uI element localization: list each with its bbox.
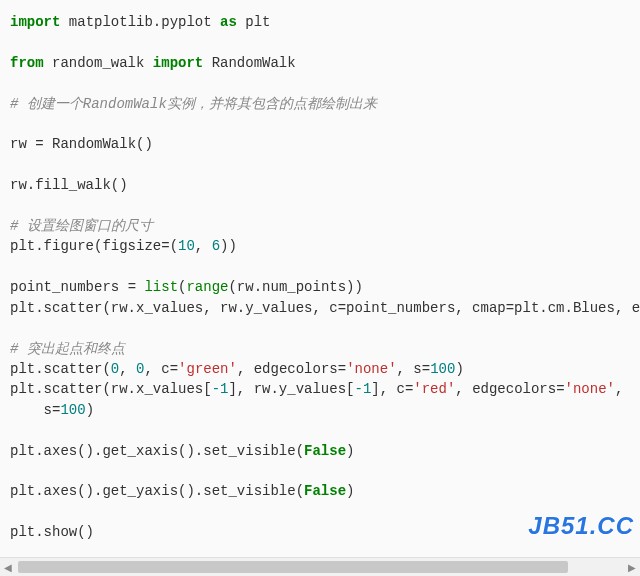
op-eq: = <box>161 238 169 254</box>
code-text: plt.scatter(rw.x_values[ <box>10 381 212 397</box>
keyword-as: as <box>220 14 237 30</box>
code-text: , <box>615 381 623 397</box>
string-literal: 'none' <box>565 381 615 397</box>
class-name: RandomWalk <box>203 55 295 71</box>
scroll-left-arrow-icon[interactable]: ◀ <box>0 559 16 575</box>
code-text: , s <box>397 361 422 377</box>
code-text: , edgecolors <box>455 381 556 397</box>
scrollbar-track[interactable] <box>16 559 624 575</box>
builtin-list: list <box>144 279 178 295</box>
number-literal: -1 <box>212 381 229 397</box>
number-literal: 100 <box>60 402 85 418</box>
paren: ) <box>346 443 354 459</box>
number-literal: -1 <box>354 381 371 397</box>
comment-line: # 创建一个RandomWalk实例，并将其包含的点都绘制出来 <box>10 96 377 112</box>
code-text: , edgecolors <box>237 361 338 377</box>
string-literal: 'none' <box>346 361 396 377</box>
code-text: plt.cm.Blues, edgeco <box>514 300 640 316</box>
module-name: matplotlib.pyplot <box>60 14 220 30</box>
string-literal: 'red' <box>413 381 455 397</box>
code-text: plt.scatter(rw.x_values, rw.y_values, c <box>10 300 338 316</box>
module-name: random_walk <box>44 55 153 71</box>
code-text: point_numbers <box>10 279 128 295</box>
number-literal: 100 <box>430 361 455 377</box>
op-eq: = <box>506 300 514 316</box>
constant-false: False <box>304 443 346 459</box>
number-literal: 6 <box>212 238 220 254</box>
comma: , <box>195 238 212 254</box>
op-eq: = <box>556 381 564 397</box>
code-text: ], rw.y_values[ <box>228 381 354 397</box>
code-text: plt.axes().get_yaxis().set_visible( <box>10 483 304 499</box>
comment-line: # 设置绘图窗口的尺寸 <box>10 218 153 234</box>
paren: ) <box>86 402 94 418</box>
comma: , <box>119 361 136 377</box>
op-eq: = <box>422 361 430 377</box>
code-text: plt.scatter( <box>10 361 111 377</box>
code-text: rw <box>10 136 35 152</box>
paren: ) <box>346 483 354 499</box>
number-literal: 0 <box>111 361 119 377</box>
constant-false: False <box>304 483 346 499</box>
comment-line: # 突出起点和终点 <box>10 341 125 357</box>
code-viewport: import matplotlib.pyplot as plt from ran… <box>0 0 640 558</box>
builtin-range: range <box>186 279 228 295</box>
paren: )) <box>220 238 237 254</box>
code-text: RandomWalk() <box>44 136 153 152</box>
keyword-import: import <box>10 14 60 30</box>
code-text: , c <box>144 361 169 377</box>
horizontal-scrollbar[interactable]: ◀ ▶ <box>0 557 640 576</box>
keyword-import: import <box>153 55 203 71</box>
code-text: (rw.num_points)) <box>228 279 362 295</box>
paren: ) <box>455 361 463 377</box>
scrollbar-thumb[interactable] <box>18 561 568 573</box>
code-text: ], c <box>371 381 405 397</box>
op-eq: = <box>128 279 136 295</box>
code-block: import matplotlib.pyplot as plt from ran… <box>0 0 640 555</box>
op-eq: = <box>35 136 43 152</box>
op-eq: = <box>338 361 346 377</box>
code-text: rw.fill_walk() <box>10 177 128 193</box>
scroll-right-arrow-icon[interactable]: ▶ <box>624 559 640 575</box>
code-text: plt.show() <box>10 524 94 540</box>
op-eq: = <box>338 300 346 316</box>
string-literal: 'green' <box>178 361 237 377</box>
code-text: plt.figure(figsize <box>10 238 161 254</box>
code-text: point_numbers, cmap <box>346 300 506 316</box>
code-text: s <box>10 402 52 418</box>
code-text: plt.axes().get_xaxis().set_visible( <box>10 443 304 459</box>
keyword-from: from <box>10 55 44 71</box>
alias-name: plt <box>237 14 271 30</box>
op-eq: = <box>170 361 178 377</box>
number-literal: 10 <box>178 238 195 254</box>
paren: ( <box>170 238 178 254</box>
